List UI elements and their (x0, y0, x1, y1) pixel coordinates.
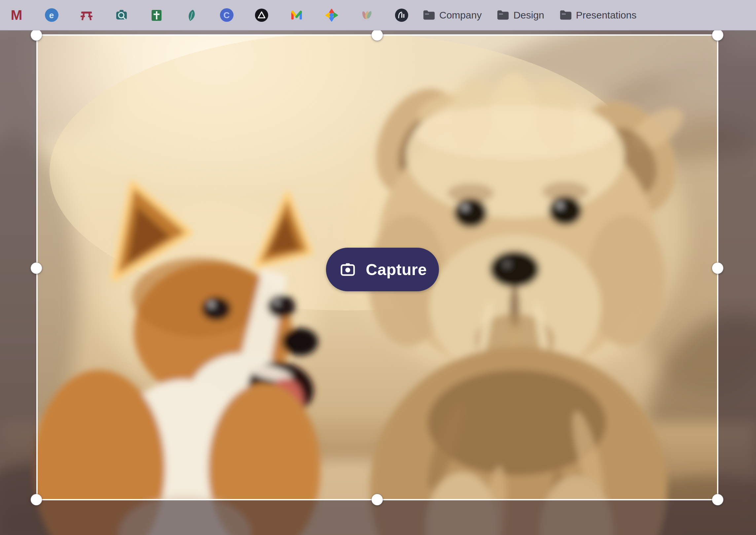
selection-handle-middle-left[interactable] (31, 263, 42, 274)
selection-handle-bottom-left[interactable] (31, 494, 42, 505)
bookmark-folder-company[interactable]: Company (423, 10, 482, 21)
camera-search-icon[interactable] (114, 8, 129, 22)
selection-handle-top-middle[interactable] (372, 29, 383, 41)
dark-emblem-icon[interactable] (394, 8, 409, 22)
picnic-table-icon[interactable] (79, 8, 94, 22)
gmail-m-dark-icon[interactable]: M (9, 8, 24, 22)
bookmarks-bar: M e (0, 0, 756, 30)
blue-c-icon[interactable]: C (219, 8, 234, 22)
selection-handle-middle-right[interactable] (712, 263, 723, 274)
folder-icon (497, 10, 509, 20)
blue-globe-icon[interactable]: e (44, 8, 59, 22)
bookmark-folder-design[interactable]: Design (497, 10, 544, 21)
folder-label: Presentations (576, 10, 636, 21)
gmail-m-color-icon[interactable] (289, 8, 304, 22)
selection-handle-bottom-middle[interactable] (372, 494, 383, 505)
overlay-dim-right (718, 30, 756, 535)
bookmark-folder-presentations[interactable]: Presentations (559, 10, 636, 21)
overlay-dim-bottom (36, 500, 718, 535)
selection-handle-top-right[interactable] (712, 29, 723, 41)
folder-label: Company (439, 10, 482, 21)
overlay-dim-left (0, 30, 36, 535)
capture-button[interactable]: Capture (326, 248, 439, 291)
bookmark-favicons: M e (9, 8, 409, 22)
faded-logo-icon[interactable] (359, 8, 374, 22)
black-emblem-icon[interactable] (254, 8, 269, 22)
folder-icon (423, 10, 435, 20)
folder-icon (559, 10, 572, 20)
selection-handle-top-left[interactable] (31, 29, 42, 41)
bookmark-folders: Company Design Presentations (423, 10, 636, 21)
green-cross-icon[interactable] (149, 8, 164, 22)
color-compass-icon[interactable] (324, 8, 339, 22)
camera-icon (338, 261, 357, 278)
capture-button-label: Capture (366, 261, 427, 279)
selection-handle-bottom-right[interactable] (712, 494, 723, 505)
leaf-icon[interactable] (184, 8, 199, 22)
folder-label: Design (513, 10, 544, 21)
